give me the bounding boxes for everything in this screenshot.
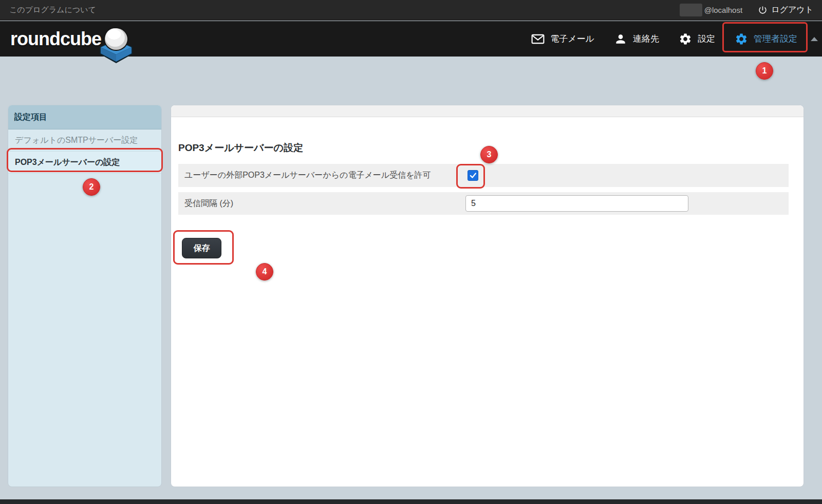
page-title: POP3メールサーバーの設定 bbox=[178, 141, 303, 155]
footer-bar bbox=[0, 499, 822, 504]
username-redacted bbox=[680, 4, 702, 16]
nav-item-mail[interactable]: 電子メール bbox=[521, 21, 604, 57]
roundcube-logo-text: roundcube bbox=[10, 28, 101, 50]
main-nav: 電子メール 連絡先 設定 管理者設定 bbox=[521, 21, 818, 57]
envelope-icon bbox=[531, 32, 545, 46]
nav-label-mail: 電子メール bbox=[550, 33, 594, 45]
field-label-allow-pop3: ユーザーの外部POP3メールサーバーからの電子メール受信を許可 bbox=[178, 170, 431, 181]
check-icon bbox=[469, 172, 477, 179]
power-icon bbox=[758, 5, 768, 15]
top-bar: このプログラムについて @localhost ログアウト bbox=[0, 0, 822, 21]
roundcube-logo[interactable]: roundcube bbox=[10, 21, 101, 57]
nav-label-contacts: 連絡先 bbox=[633, 33, 659, 45]
nav-label-settings: 設定 bbox=[698, 33, 715, 45]
nav-label-admin-settings: 管理者設定 bbox=[754, 33, 797, 45]
collapse-arrow-icon[interactable] bbox=[811, 37, 818, 41]
toolbar-strip bbox=[171, 105, 804, 117]
field-row-allow-pop3: ユーザーの外部POP3メールサーバーからの電子メール受信を許可 bbox=[178, 164, 789, 187]
user-session-area: @localhost ログアウト bbox=[680, 4, 813, 16]
nav-item-admin-settings[interactable]: 管理者設定 bbox=[725, 21, 807, 57]
gear-icon bbox=[679, 32, 692, 46]
gear-icon bbox=[735, 32, 748, 46]
app-header: roundcube 電子メール 連絡先 bbox=[0, 21, 822, 57]
content-panel: POP3メールサーバーの設定 ユーザーの外部POP3メールサーバーからの電子メー… bbox=[171, 105, 804, 487]
logout-button[interactable]: ログアウト bbox=[758, 5, 813, 15]
nav-item-settings[interactable]: 設定 bbox=[669, 21, 725, 57]
settings-sidebar: 設定項目 デフォルトのSMTPサーバー設定 POP3メールサーバーの設定 bbox=[8, 105, 162, 487]
person-icon bbox=[614, 32, 627, 46]
save-button[interactable]: 保存 bbox=[182, 238, 221, 258]
interval-input[interactable] bbox=[465, 195, 688, 212]
sidebar-item-pop3-settings[interactable]: POP3メールサーバーの設定 bbox=[8, 152, 161, 174]
username-suffix: @localhost bbox=[704, 6, 742, 14]
allow-pop3-checkbox[interactable] bbox=[468, 170, 478, 181]
about-link[interactable]: このプログラムについて bbox=[9, 5, 96, 15]
annotation-step-1: 1 bbox=[756, 62, 773, 80]
sidebar-item-smtp-settings[interactable]: デフォルトのSMTPサーバー設定 bbox=[8, 129, 161, 152]
sidebar-title: 設定項目 bbox=[8, 105, 161, 129]
field-label-interval: 受信間隔 (分) bbox=[178, 198, 233, 209]
logout-label: ログアウト bbox=[771, 5, 813, 15]
roundcube-cube-icon bbox=[96, 25, 137, 69]
field-row-interval: 受信間隔 (分) bbox=[178, 192, 789, 215]
nav-item-contacts[interactable]: 連絡先 bbox=[604, 21, 669, 57]
